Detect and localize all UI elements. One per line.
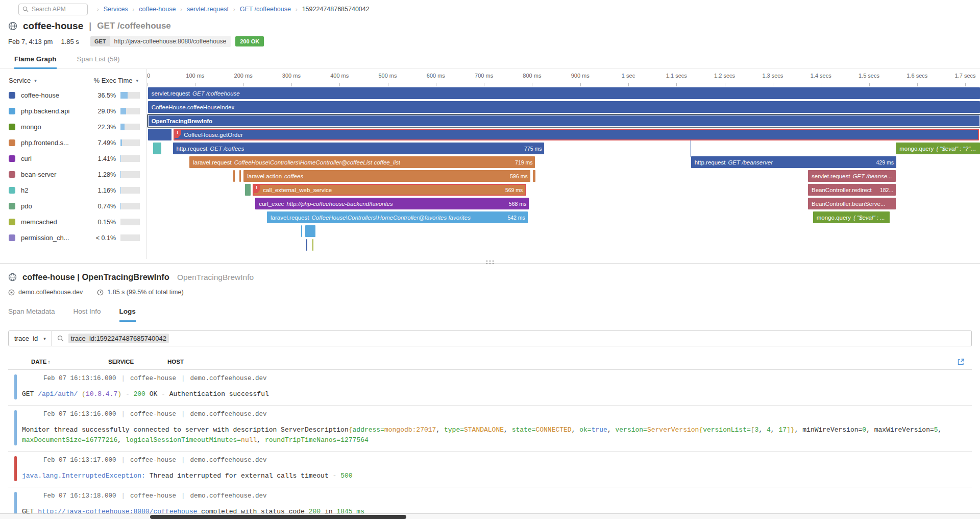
span-bar-mini[interactable] [306, 239, 307, 251]
log-token: GET [22, 390, 38, 398]
span-bar[interactable]: BeanController.redirect182... [808, 184, 896, 196]
exec-time-percent: 1.41% [91, 155, 116, 162]
exec-time-bar [120, 203, 140, 209]
breadcrumb-item[interactable]: servlet.request [187, 6, 229, 13]
column-header-service[interactable]: SERVICE [108, 359, 134, 365]
span-bar[interactable]: mongo.query{ "$eval" : "?", "? [896, 143, 980, 154]
span-bar[interactable]: curl_exechttp://php-coffeehouse-backend/… [255, 198, 529, 209]
service-legend-row[interactable]: coffee-house36.5% [0, 87, 146, 103]
exec-time-bar [120, 108, 140, 114]
column-header-host[interactable]: HOST [167, 359, 184, 365]
span-bar[interactable]: !call_external_web_service569 ms [253, 184, 526, 196]
span-name: laravel.request [271, 215, 309, 221]
span-bar[interactable]: servlet.requestGET /coffeehouse [148, 87, 980, 99]
span-resource: { "$eval" : "?", "? [936, 146, 976, 152]
log-token: 500 [340, 472, 352, 480]
axis-tick-mark [580, 83, 581, 86]
log-date: Feb 07 16:13:17.000 [43, 457, 116, 464]
log-meta-line: Feb 07 16:13:16.000|coffee-house|demo.co… [8, 411, 972, 418]
span-bar-mini[interactable] [239, 170, 241, 182]
span-name: laravel.request [193, 159, 231, 166]
facet-select-dropdown[interactable]: trace_id ▾ [8, 331, 52, 346]
log-row[interactable]: Feb 07 16:13:17.000|coffee-house|demo.co… [8, 452, 972, 487]
search-apm-input[interactable]: Search APM [18, 4, 88, 15]
breadcrumb-item[interactable]: coffee-house [139, 6, 176, 13]
span-bar-mini[interactable] [153, 143, 161, 154]
service-legend-row[interactable]: php.backend.api29.0% [0, 103, 146, 119]
span-bar[interactable]: BeanController.beanServe... [808, 198, 896, 209]
service-legend-row[interactable]: permission_ch...< 0.1% [0, 230, 146, 246]
span-bar-mini[interactable] [245, 184, 251, 196]
span-bar-mini[interactable] [312, 239, 313, 251]
service-sort-header[interactable]: Service ▾ [9, 77, 37, 84]
span-bar-mini[interactable] [533, 170, 535, 182]
service-legend-row[interactable]: memcached0.15% [0, 214, 146, 230]
flame-row: laravel.requestCoffeeHouse\Controllers\H… [147, 156, 980, 168]
breadcrumb-item[interactable]: Services [104, 6, 128, 13]
drag-handle-icon[interactable] [486, 260, 494, 265]
breadcrumb-item[interactable]: GET /coffeehouse [240, 6, 291, 13]
column-header-date[interactable]: DATE↑ [31, 359, 50, 365]
horizontal-scrollbar[interactable] [0, 513, 980, 519]
http-method-badge: GET [90, 36, 110, 46]
exec-time-sort-header[interactable]: % Exec Time ▾ [94, 77, 138, 84]
span-bar[interactable]: CoffeeHouse.coffeeHouseIndex [148, 101, 980, 113]
span-bar[interactable]: laravel.actioncoffees596 ms [243, 170, 530, 182]
span-bar-mini[interactable] [305, 225, 315, 237]
service-legend-row[interactable]: pdo0.74% [0, 198, 146, 214]
span-bar[interactable]: http.requestGET /coffees775 ms [173, 143, 545, 154]
exec-time-bar [120, 187, 140, 194]
tab-flame-graph[interactable]: Flame Graph [14, 52, 57, 69]
span-bar[interactable]: laravel.requestCoffeeHouse\Controllers\H… [189, 156, 535, 168]
span-bar[interactable]: !CoffeeHouse.getOrder [174, 129, 979, 140]
log-row[interactable]: Feb 07 16:13:16.000|coffee-house|demo.co… [8, 406, 972, 452]
log-token: logicalSessionTimeoutMinutes= [126, 436, 241, 444]
service-legend-row[interactable]: curl1.41% [0, 151, 146, 167]
log-token: 0 [862, 426, 866, 434]
span-bar[interactable]: http.requestGET /beanserver429 ms [691, 156, 896, 168]
page-title-resource: GET /coffeehouse [97, 21, 171, 31]
log-search-input[interactable]: trace_id:1592247487685740042 [52, 331, 972, 346]
span-name: mongo.query [899, 146, 934, 152]
span-bar-mini[interactable] [148, 129, 172, 140]
exec-time-percent: 29.0% [91, 108, 116, 115]
log-row[interactable]: Feb 07 16:13:16.000|coffee-house|demo.co… [8, 370, 972, 406]
panel-resize-divider[interactable] [0, 259, 980, 266]
service-color-swatch [9, 92, 15, 99]
log-status-bar [14, 456, 17, 481]
chevron-down-icon: ▾ [136, 78, 138, 83]
service-legend-row[interactable]: mongo22.3% [0, 119, 146, 135]
log-token: 10.8.4.7 [86, 390, 117, 398]
span-bar-mini[interactable] [301, 225, 302, 237]
log-table: DATE↑ SERVICE HOST Feb 07 16:13:16.000|c… [8, 356, 972, 519]
breadcrumb-separator-icon: › [180, 6, 182, 12]
service-legend-row[interactable]: h21.16% [0, 182, 146, 198]
search-placeholder: Search APM [32, 6, 66, 13]
axis-tick-label: 1.5 secs [859, 73, 879, 79]
axis-tick-label: 1.7 secs [955, 73, 976, 79]
span-bar-mini[interactable] [233, 170, 235, 182]
exec-time-percent: 0.15% [91, 219, 116, 226]
scrollbar-thumb[interactable] [150, 515, 406, 519]
detail-tab-host-info[interactable]: Host Info [74, 308, 101, 322]
log-date: Feb 07 16:13:18.000 [43, 492, 116, 500]
log-token: { [699, 426, 703, 434]
span-bar[interactable]: servlet.requestGET /beanse... [808, 170, 896, 182]
open-in-log-explorer-icon[interactable] [957, 358, 965, 366]
span-resource: coffees [284, 173, 303, 179]
span-bar[interactable]: OpenTracingBrewInfo [148, 115, 980, 127]
span-bar[interactable]: laravel.requestCoffeeHouse\Controllers\H… [267, 211, 528, 223]
detail-tab-span-metadata[interactable]: Span Metadata [8, 308, 55, 322]
axis-tick-label: 1.6 secs [906, 73, 927, 79]
span-bar[interactable]: mongo.query{ "$eval" : ... [813, 211, 890, 223]
span-name: servlet.request [812, 173, 850, 179]
detail-tab-logs[interactable]: Logs [119, 308, 136, 322]
log-token: address= [353, 426, 384, 434]
exec-time-bar [120, 139, 140, 146]
meta-separator: | [121, 375, 126, 382]
service-legend-row[interactable]: php.frontend.s...7.49% [0, 135, 146, 151]
tab-span-list[interactable]: Span List (59) [77, 52, 120, 69]
service-legend-row[interactable]: bean-server1.28% [0, 167, 146, 182]
log-token: state= [512, 426, 536, 434]
service-color-swatch [9, 203, 15, 209]
